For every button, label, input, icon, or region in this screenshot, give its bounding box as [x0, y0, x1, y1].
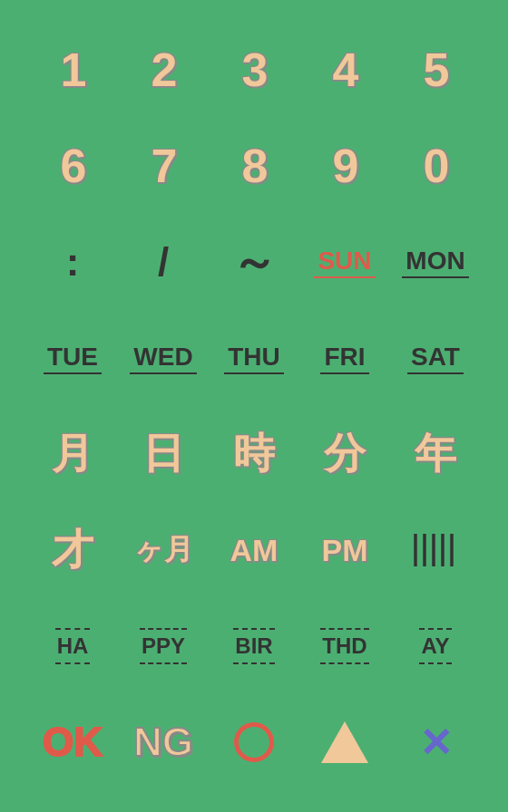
cell-num6: 6 — [27, 118, 118, 214]
cell-ay: AY — [390, 598, 481, 694]
cell-jp-min: 分 — [299, 406, 390, 502]
happy-ay: AY — [419, 628, 451, 664]
cell-ok: OK — [27, 694, 118, 790]
cell-thu: THU — [209, 310, 299, 406]
circle-icon — [234, 722, 274, 762]
day-tue: TUE — [44, 342, 102, 375]
cell-ha: HA — [27, 598, 118, 694]
colon-symbol: : — [66, 239, 80, 285]
cell-num0: 0 — [390, 118, 481, 214]
day-wed: WED — [130, 342, 196, 375]
ok-label: OK — [43, 720, 103, 765]
cell-jp-year: 年 — [390, 406, 481, 502]
cell-jp-old: 才 — [27, 502, 118, 598]
pm-label: PM — [322, 533, 368, 568]
number-2: 2 — [151, 46, 176, 93]
number-0: 0 — [424, 142, 448, 189]
cell-thd: THD — [299, 598, 390, 694]
tilde-symbol: ～ — [231, 232, 277, 293]
cell-pm: PM — [299, 502, 390, 598]
jp-month2-char: ヶ月 — [134, 530, 193, 570]
number-9: 9 — [333, 142, 357, 189]
jp-min-char: 分 — [324, 426, 366, 482]
jp-time-char: 時 — [233, 426, 275, 482]
day-sun: SUN — [314, 246, 375, 279]
cell-jp-time: 時 — [209, 406, 299, 502]
day-sat: SAT — [407, 342, 464, 375]
cell-circle — [209, 694, 299, 790]
cell-mon: MON — [390, 214, 481, 310]
cell-num8: 8 — [209, 118, 299, 214]
day-fri: FRI — [320, 342, 368, 375]
cell-num3: 3 — [209, 22, 299, 118]
cell-sun: SUN — [299, 214, 390, 310]
cell-tally — [390, 502, 481, 598]
jp-year-char: 年 — [415, 426, 456, 482]
cell-num1: 1 — [27, 22, 118, 118]
triangle-icon — [321, 721, 368, 763]
day-thu: THU — [224, 342, 284, 375]
cell-ng: NG — [118, 694, 209, 790]
number-7: 7 — [151, 142, 176, 189]
cell-num5: 5 — [390, 22, 481, 118]
cell-triangle — [299, 694, 390, 790]
cell-wed: WED — [118, 310, 209, 406]
happy-ha: HA — [55, 628, 91, 664]
number-4: 4 — [333, 46, 357, 93]
cell-num7: 7 — [118, 118, 209, 214]
happy-bir: BIR — [233, 628, 274, 664]
cell-tilde: ～ — [209, 214, 299, 310]
cell-fri: FRI — [299, 310, 390, 406]
jp-old-char: 才 — [52, 522, 93, 578]
cell-jp-day: 日 — [118, 406, 209, 502]
am-label: AM — [230, 533, 278, 568]
cell-am: AM — [209, 502, 299, 598]
cell-sat: SAT — [390, 310, 481, 406]
number-3: 3 — [242, 46, 267, 93]
cell-num2: 2 — [118, 22, 209, 118]
jp-day-char: 日 — [142, 426, 184, 482]
cell-slash: / — [118, 214, 209, 310]
emoji-grid: 1 2 3 4 5 6 7 8 9 0 : / ～ SUN MON TUE — [18, 13, 490, 799]
cross-icon: ✕ — [419, 720, 453, 766]
jp-moon-char: 月 — [52, 426, 93, 482]
cell-cross: ✕ — [390, 694, 481, 790]
cell-num9: 9 — [299, 118, 390, 214]
number-5: 5 — [424, 46, 448, 93]
happy-thd: THD — [320, 628, 368, 664]
cell-num4: 4 — [299, 22, 390, 118]
number-6: 6 — [61, 142, 85, 189]
slash-symbol: / — [158, 239, 169, 285]
happy-ppy: PPY — [140, 628, 187, 664]
cell-tue: TUE — [27, 310, 118, 406]
ng-label: NG — [133, 720, 193, 765]
tally-icon — [410, 530, 461, 570]
cell-ppy: PPY — [118, 598, 209, 694]
cell-jp-moon: 月 — [27, 406, 118, 502]
cell-bir: BIR — [209, 598, 299, 694]
number-1: 1 — [61, 46, 85, 93]
number-8: 8 — [242, 142, 267, 189]
cell-jp-month2: ヶ月 — [118, 502, 209, 598]
day-mon: MON — [402, 246, 468, 279]
cell-colon: : — [27, 214, 118, 310]
